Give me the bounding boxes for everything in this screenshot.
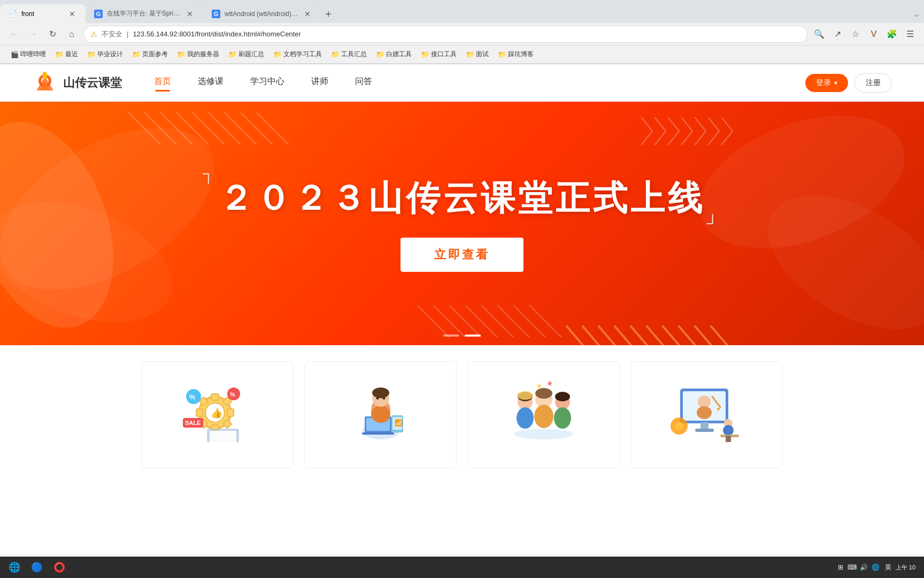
new-tab-button[interactable]: ＋ xyxy=(321,6,336,21)
login-dropdown-arrow: ▾ xyxy=(834,79,837,87)
bookmark-recent-label: 最近 xyxy=(65,50,78,59)
vivaldi-button[interactable]: V xyxy=(866,27,881,42)
register-btn-label: 注册 xyxy=(866,78,881,87)
tab-front-close[interactable]: ✕ xyxy=(67,9,77,19)
svg-rect-84 xyxy=(726,436,731,442)
svg-point-76 xyxy=(697,406,712,419)
svg-rect-30 xyxy=(211,394,219,400)
logo-svg-icon xyxy=(32,70,58,96)
bookmark-bugs-label: 踩坑博客 xyxy=(508,50,534,59)
feature-illustration-2: 📶 xyxy=(343,378,418,442)
nav-home[interactable]: 首页 xyxy=(154,76,171,89)
svg-rect-46 xyxy=(210,431,236,442)
bookmark-page-ref[interactable]: 📁 页面参考 xyxy=(128,48,172,61)
profile-button[interactable]: ☰ xyxy=(903,27,918,42)
register-button[interactable]: 注册 xyxy=(854,73,892,93)
header-actions: 登录 ▾ 注册 xyxy=(805,73,892,93)
nav-qa[interactable]: 问答 xyxy=(355,76,372,89)
svg-rect-33 xyxy=(227,409,234,416)
bookmark-graduation[interactable]: 📁 毕业设计 xyxy=(83,48,127,61)
svg-line-11 xyxy=(144,112,176,144)
search-button[interactable]: 🔍 xyxy=(812,27,827,42)
tab-android[interactable]: G wttAndroid (wttAndroid) - Git... ✕ xyxy=(203,4,321,23)
folder-icon-bugs: 📁 xyxy=(498,51,506,58)
bookmark-bilibili[interactable]: 🎬 哔哩哔哩 xyxy=(6,48,50,61)
tab-front-title: front xyxy=(21,10,63,18)
nav-learning-center[interactable]: 学习中心 xyxy=(250,76,284,89)
svg-line-25 xyxy=(513,305,545,337)
folder-icon-api-tools: 📁 xyxy=(421,51,429,58)
svg-point-27 xyxy=(0,102,140,345)
feature-illustration-1: 👍 % % SALE xyxy=(180,378,255,442)
svg-point-8 xyxy=(681,102,922,274)
tab-android-title: wttAndroid (wttAndroid) - Git... xyxy=(225,10,298,18)
address-bar[interactable]: ⚠ 不安全 | 123.56.144.92:8001/front/dist/in… xyxy=(83,26,807,43)
bookmark-bugs[interactable]: 📁 踩坑博客 xyxy=(494,48,538,61)
svg-point-61 xyxy=(517,407,534,429)
svg-text:👍: 👍 xyxy=(211,407,223,419)
bookmark-server[interactable]: 📁 我的服务器 xyxy=(173,48,224,61)
home-button[interactable]: ⌂ xyxy=(64,27,79,42)
svg-line-21 xyxy=(449,305,481,337)
tab-android-close[interactable]: ✕ xyxy=(303,9,312,19)
url-text[interactable]: 123.56.144.92:8001/front/dist/index.html… xyxy=(133,30,800,38)
svg-point-86 xyxy=(675,422,683,430)
bilibili-icon: 🎬 xyxy=(11,51,18,58)
folder-icon-problems: 📁 xyxy=(229,51,236,58)
bookmark-interview-label: 面试 xyxy=(476,50,489,59)
svg-point-9 xyxy=(745,168,924,345)
logo-area[interactable]: 山传云课堂 xyxy=(32,70,122,96)
svg-point-55 xyxy=(376,397,379,400)
bookmark-docs[interactable]: 📁 文档学习工具 xyxy=(270,48,326,61)
bookmark-tools[interactable]: 📁 工具汇总 xyxy=(327,48,371,61)
tab-springboot-title: 在线学习平台: 基于SpringBoot... xyxy=(107,9,181,18)
svg-line-15 xyxy=(209,112,241,144)
folder-icon-page-ref: 📁 xyxy=(133,51,140,58)
svg-text:★: ★ xyxy=(546,379,553,387)
folder-icon-tools: 📁 xyxy=(332,51,339,58)
folder-icon-recent: 📁 xyxy=(56,51,63,58)
bookmark-recent[interactable]: 📁 最近 xyxy=(51,48,82,61)
svg-line-14 xyxy=(192,112,225,144)
slide-dot-2[interactable] xyxy=(465,334,481,337)
folder-icon-docs: 📁 xyxy=(274,51,281,58)
tab-springboot[interactable]: G 在线学习平台: 基于SpringBoot... ✕ xyxy=(86,4,203,23)
forward-button[interactable]: → xyxy=(26,27,41,42)
slide-dot-1[interactable] xyxy=(443,334,459,337)
tab-overflow-button[interactable]: ⌵ xyxy=(909,6,924,21)
svg-point-82 xyxy=(723,425,734,436)
login-button[interactable]: 登录 ▾ xyxy=(805,74,848,92)
bookmark-button[interactable]: ☆ xyxy=(848,27,863,42)
tab-springboot-close[interactable]: ✕ xyxy=(185,9,195,19)
hero-cta-label: 立即查看 xyxy=(434,248,490,261)
svg-line-16 xyxy=(225,112,257,144)
tab-front[interactable]: 📄 front ✕ xyxy=(0,4,86,23)
svg-line-22 xyxy=(465,305,497,337)
nav-instructor[interactable]: 讲师 xyxy=(311,76,328,89)
svg-line-12 xyxy=(160,112,192,144)
svg-rect-50 xyxy=(362,432,394,435)
svg-rect-80 xyxy=(695,429,714,432)
bookmark-interview[interactable]: 📁 面试 xyxy=(462,48,493,61)
nav-elective[interactable]: 选修课 xyxy=(198,76,224,89)
svg-point-69 xyxy=(517,391,533,400)
browser-controls: ← → ↻ ⌂ ⚠ 不安全 | 123.56.144.92:8001/front… xyxy=(0,23,924,45)
reload-button[interactable]: ↻ xyxy=(45,27,60,42)
extensions-button[interactable]: 🧩 xyxy=(884,27,899,42)
svg-text:★: ★ xyxy=(536,382,543,390)
site-nav: 首页 选修课 学习中心 讲师 问答 xyxy=(154,76,805,89)
bookmark-bilibili-label: 哔哩哔哩 xyxy=(20,50,46,59)
feature-illustration-4 xyxy=(669,378,744,442)
bookmark-api-tools[interactable]: 📁 接口工具 xyxy=(417,48,461,61)
bookmark-page-ref-label: 页面参考 xyxy=(142,50,168,59)
bookmark-free-tools[interactable]: 📁 白嫖工具 xyxy=(372,48,416,61)
bookmark-problems[interactable]: 📁 刷题汇总 xyxy=(225,48,268,61)
svg-point-68 xyxy=(555,392,570,401)
browser-actions: 🔍 ↗ ☆ V 🧩 ☰ xyxy=(812,27,918,42)
share-button[interactable]: ↗ xyxy=(830,27,845,42)
hero-cta-button[interactable]: 立即查看 xyxy=(401,238,523,272)
slide-dots xyxy=(443,334,481,337)
bookmark-docs-label: 文档学习工具 xyxy=(283,50,322,59)
back-button[interactable]: ← xyxy=(6,27,21,42)
feature-card-1: 👍 % % SALE xyxy=(141,361,294,468)
